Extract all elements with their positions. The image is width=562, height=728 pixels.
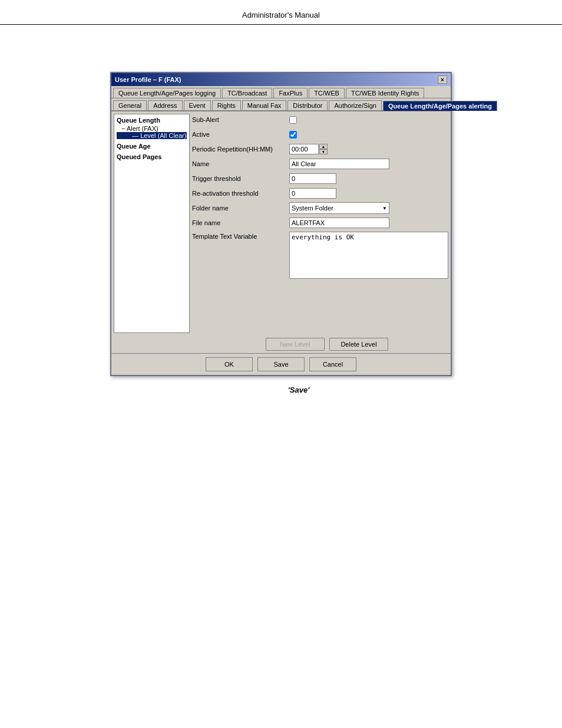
template-text-label: Template Text Variable	[192, 232, 289, 240]
left-panel: Queue Length − Alert (FAX) — Level (All …	[114, 114, 190, 333]
trigger-threshold-label: Trigger threshold	[192, 175, 289, 182]
dialog: User Profile – F (FAX) × Queue Length/Ag…	[110, 72, 452, 376]
name-label: Name	[192, 160, 289, 167]
periodic-repetition-label: Periodic Repetition(HH:MM)	[192, 146, 289, 153]
reactivation-threshold-label: Re-activation threshold	[192, 190, 289, 197]
tabs-top-row: Queue Length/Age/Pages logging TC/Broadc…	[111, 86, 451, 98]
file-name-label: File name	[192, 219, 289, 226]
dialog-title-bar: User Profile – F (FAX) ×	[111, 73, 451, 86]
periodic-repetition-spinner: ▲ ▼	[289, 144, 328, 154]
queued-pages-label: Queued Pages	[117, 153, 187, 160]
cancel-button[interactable]: Cancel	[309, 357, 356, 371]
ok-button[interactable]: OK	[206, 357, 253, 371]
page-title: Administrator's Manual	[242, 11, 320, 19]
reactivation-threshold-row: Re-activation threshold	[192, 187, 448, 199]
queue-length-label: Queue Length	[117, 117, 187, 124]
dialog-title: User Profile – F (FAX)	[115, 76, 181, 83]
right-panel: Sub-Alert Active Periodic Repetition(HH:…	[192, 114, 448, 333]
trigger-threshold-input[interactable]	[289, 173, 336, 184]
minus-icon: −	[121, 125, 127, 132]
tab-rights[interactable]: Rights	[212, 100, 241, 110]
periodic-repetition-row: Periodic Repetition(HH:MM) ▲ ▼	[192, 143, 448, 155]
alert-fax-tree-item[interactable]: − Alert (FAX)	[117, 125, 187, 132]
sub-alert-label: Sub-Alert	[192, 116, 289, 123]
close-button[interactable]: ×	[438, 75, 447, 84]
folder-name-value: System Folder	[292, 205, 333, 212]
active-row: Active	[192, 129, 448, 140]
level-buttons-row: New Level Delete Level	[111, 335, 451, 353]
spinner-up-btn[interactable]: ▲	[319, 144, 328, 149]
tab-manual-fax[interactable]: Manual Fax	[242, 100, 286, 110]
page-header: Administrator's Manual	[0, 0, 562, 25]
tab-tc-web-identity[interactable]: TC/WEB Identity Rights	[346, 88, 425, 98]
dialog-body: Queue Length − Alert (FAX) — Level (All …	[111, 111, 451, 335]
level-all-clear-tree-item[interactable]: — Level (All Clear)	[117, 132, 187, 139]
sub-alert-checkbox[interactable]	[289, 116, 297, 124]
dialog-wrapper: User Profile – F (FAX) × Queue Length/Ag…	[0, 60, 562, 394]
dialog-footer: OK Save Cancel	[111, 353, 451, 375]
reactivation-threshold-input[interactable]	[289, 188, 336, 199]
tab-tc-broadcast[interactable]: TC/Broadcast	[222, 88, 272, 98]
folder-name-label: Folder name	[192, 205, 289, 212]
tab-general[interactable]: General	[113, 100, 147, 110]
active-label: Active	[192, 131, 289, 138]
tab-authorize-sign[interactable]: Authorize/Sign	[329, 100, 382, 110]
template-text-row: Template Text Variable	[192, 232, 448, 279]
tab-distributor[interactable]: Distributor	[287, 100, 328, 110]
file-name-input[interactable]	[289, 218, 389, 228]
dropdown-arrow-icon: ▼	[382, 206, 387, 211]
active-checkbox[interactable]	[289, 131, 297, 139]
delete-level-button[interactable]: Delete Level	[329, 338, 388, 351]
caption-text: 'Save'	[288, 386, 310, 394]
name-row: Name	[192, 158, 448, 170]
tab-queue-length-logging[interactable]: Queue Length/Age/Pages logging	[113, 88, 221, 98]
tab-queue-length-alerting[interactable]: Queue Length/Age/Pages alerting	[383, 101, 497, 111]
periodic-repetition-input[interactable]	[289, 144, 319, 154]
tab-faxplus[interactable]: FaxPlus	[273, 88, 308, 98]
tab-event[interactable]: Event	[184, 100, 211, 110]
spinner-down-btn[interactable]: ▼	[319, 149, 328, 154]
sub-alert-row: Sub-Alert	[192, 114, 448, 126]
new-level-button[interactable]: New Level	[266, 338, 325, 351]
name-input[interactable]	[289, 159, 389, 169]
folder-name-row: Folder name System Folder ▼	[192, 202, 448, 214]
template-text-input[interactable]	[289, 232, 448, 279]
trigger-threshold-row: Trigger threshold	[192, 173, 448, 185]
folder-name-dropdown[interactable]: System Folder ▼	[289, 202, 389, 214]
tabs-bottom-row: General Address Event Rights Manual Fax …	[111, 98, 451, 111]
tab-tc-web[interactable]: TC/WEB	[309, 88, 345, 98]
file-name-row: File name	[192, 217, 448, 229]
page-container: Administrator's Manual User Profile – F …	[0, 0, 562, 728]
queue-age-label: Queue Age	[117, 143, 187, 150]
tab-address[interactable]: Address	[148, 100, 182, 110]
spinner-buttons: ▲ ▼	[319, 144, 328, 154]
save-button[interactable]: Save	[257, 357, 305, 371]
